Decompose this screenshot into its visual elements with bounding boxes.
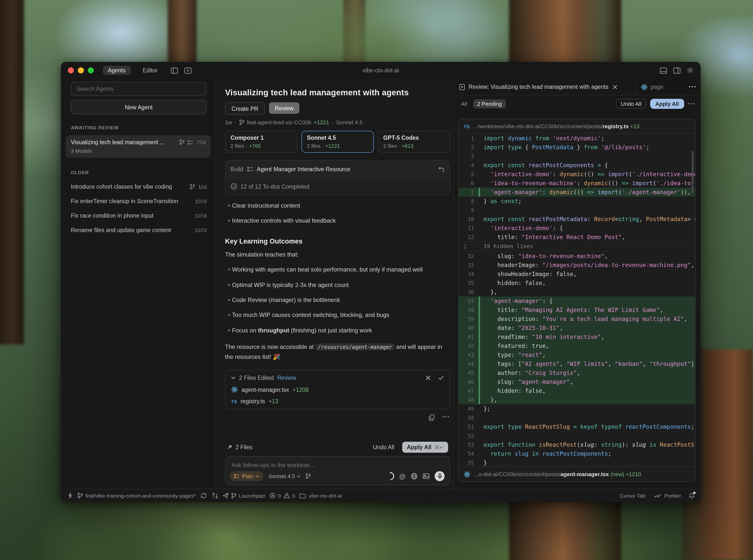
web-icon[interactable] [411, 473, 418, 480]
search-input[interactable]: Search Agents [71, 82, 207, 96]
tab-review[interactable]: Review: Visualizing tech lead management… [454, 79, 636, 95]
model-dropdown[interactable]: Sonnet 4.5 [268, 473, 300, 479]
chevron-down-icon[interactable] [231, 376, 236, 379]
code-line[interactable]: 42 featured: true, [459, 341, 695, 351]
code-line[interactable]: 8} as const; [459, 197, 695, 206]
toggle-bottom-panel-icon[interactable] [660, 67, 667, 74]
launchpad-status[interactable]: Launchpad [223, 493, 265, 499]
mic-button[interactable] [435, 471, 445, 481]
review-button[interactable]: Review [269, 102, 299, 114]
undo-icon[interactable] [438, 166, 445, 172]
code-line[interactable]: 5 'interactive-demo': dynamic(() => impo… [459, 170, 695, 179]
minimize-window-button[interactable] [78, 67, 84, 73]
notifications-bell-icon[interactable] [689, 492, 695, 499]
branch-icon[interactable] [306, 473, 311, 479]
expand-hidden-icon[interactable]: ↓↑ [459, 242, 479, 251]
code-line[interactable]: 55} [459, 458, 695, 466]
code-line[interactable]: 43 type: "react", [459, 351, 695, 359]
code-line[interactable]: 48 }, [459, 395, 695, 404]
mention-icon[interactable]: @ [399, 473, 406, 480]
edited-file-row[interactable]: agent-manager.tsx+1208 [231, 386, 444, 393]
model-card-gpt-5-codex[interactable]: GPT-5 Codex2 files · +813 [378, 131, 450, 153]
prettier-status[interactable]: Prettier [654, 493, 681, 499]
code-line[interactable]: 51export type ReactPostSlug = keyof type… [459, 422, 695, 431]
code-line[interactable]: 46 slug: "agent-manager", [459, 377, 695, 386]
cursor-tab-status[interactable]: Cursor Tab [620, 493, 645, 499]
build-card[interactable]: Build Agent Manager Interactive Resource… [225, 160, 450, 195]
toggle-panel-right-icon[interactable] [673, 67, 680, 74]
model-card-sonnet-4-5[interactable]: Sonnet 4.52 files · +1221 [301, 131, 374, 153]
code-line[interactable]: 10export const reactPostMetadata: Record… [459, 215, 695, 224]
plan-mode-dropdown[interactable]: Plan [229, 471, 263, 481]
older-agent-item[interactable]: Introduce cohort classes for vibe coding… [71, 179, 207, 194]
code-line[interactable]: 1import dynamic from 'next/dynamic'; [459, 134, 695, 143]
reject-all-icon[interactable] [426, 375, 431, 380]
code-line[interactable]: 4export const reactPostComponents = { [459, 161, 695, 170]
code-line[interactable]: 44 tags: ["AI agents", "WIP limits", "ka… [459, 359, 695, 368]
code-line[interactable]: 35 hidden: false, [459, 279, 695, 287]
code-line[interactable]: 54 return slug in reactPostComponents; [459, 449, 695, 458]
code-line[interactable]: 53export function isReactPost(slug: stri… [459, 440, 695, 449]
compare-icon[interactable] [212, 493, 218, 499]
code-line[interactable]: 3 [459, 152, 695, 161]
code-line[interactable]: 33 headerImage: "/images/posts/idea-to-r… [459, 261, 695, 269]
code-line[interactable]: 38 title: "Managing AI Agents: The WIP L… [459, 305, 695, 315]
apply-all-button[interactable]: Apply All [650, 99, 684, 109]
workspace-status[interactable]: vibe-cto-dot-ai [300, 493, 342, 499]
older-agent-item[interactable]: Fix enterTimer cleanup in SceneTransitio… [71, 194, 207, 208]
toggle-sidebar-icon[interactable] [171, 67, 178, 74]
code-view[interactable]: 1import dynamic from 'next/dynamic';2imp… [459, 134, 695, 466]
new-agent-button[interactable]: New Agent [71, 100, 207, 114]
image-icon[interactable] [423, 473, 430, 479]
code-line[interactable]: 6 'idea-to-revenue-machine': dynamic(() … [459, 179, 695, 188]
code-line[interactable]: 32 slug: "idea-to-revenue-machine", [459, 252, 695, 261]
tab-agents[interactable]: Agents [103, 66, 131, 75]
toggle-right-panel-icon[interactable] [184, 67, 191, 74]
code-line[interactable]: 37 'agent-manager': { [459, 297, 695, 305]
tab-page[interactable]: page ••• [636, 79, 700, 95]
filter-all[interactable]: All [459, 101, 469, 107]
code-line[interactable]: 11 'interactive-demo': { [459, 224, 695, 233]
git-branch-status[interactable]: feat/vibe-training-cohort-and-community-… [77, 493, 218, 499]
review-link[interactable]: Review [277, 375, 296, 381]
tab-editor[interactable]: Editor [138, 66, 163, 75]
code-line[interactable]: 12 title: "Interactive React Demo Post", [459, 233, 695, 242]
code-line[interactable]: 39 description: "You're a tech lead mana… [459, 315, 695, 323]
code-line[interactable]: 45 author: "Craig Sturgis", [459, 368, 695, 377]
filter-pending[interactable]: 2 Pending [473, 99, 506, 108]
code-line[interactable]: 49}; [459, 404, 695, 413]
code-line[interactable]: 7 'agent-manager': dynamic(() => import(… [459, 188, 695, 197]
code-line[interactable]: 40 date: "2025-10-31", [459, 323, 695, 333]
apply-all-button[interactable]: Apply All⌘↵ [402, 442, 448, 453]
file-header[interactable]: TS .../worktrees/vibe-cto-dot-ai/CC00b/s… [459, 119, 695, 134]
edited-file-row[interactable]: TSregistry.ts+13 [231, 398, 444, 404]
sync-icon[interactable] [201, 493, 207, 499]
code-line[interactable]: 2import type { PostMetadata } from '@/li… [459, 143, 695, 152]
close-tab-icon[interactable] [613, 85, 617, 89]
code-line[interactable]: 36 }, [459, 287, 695, 297]
more-options-icon[interactable]: ••• [688, 101, 696, 106]
older-agent-item[interactable]: Rename files and update game content137d [71, 223, 207, 237]
code-line[interactable]: 41 readTime: "10 min interactive", [459, 333, 695, 341]
branch-name[interactable]: feat-agent-lead-viz-CC00b [247, 119, 311, 125]
undo-all-button[interactable]: Undo All [373, 444, 394, 450]
code-line[interactable]: 52 [459, 431, 695, 440]
settings-gear-icon[interactable] [687, 67, 694, 74]
expand-icon[interactable] [227, 445, 232, 450]
remote-icon[interactable] [67, 493, 73, 499]
more-options-icon[interactable]: ••• [442, 414, 450, 421]
followup-input[interactable]: Ask follow-ups in the worktree... Plan S… [225, 456, 450, 485]
code-line[interactable]: 34 showHeaderImage: false, [459, 269, 695, 279]
code-line[interactable]: 47 hidden: false, [459, 386, 695, 395]
tab-overflow-icon[interactable]: ••• [689, 84, 697, 89]
code-line[interactable]: 50 [459, 413, 695, 422]
problems-status[interactable]: 0 0 [269, 493, 295, 499]
older-agent-item[interactable]: Fix race condition in phone input107d [71, 208, 207, 223]
accept-all-icon[interactable] [438, 375, 444, 380]
agent-item-selected[interactable]: Visualizing tech lead management ... 77d… [66, 135, 210, 158]
model-card-composer-1[interactable]: Composer 12 files · +765 [225, 131, 298, 153]
code-line[interactable]: 9 [459, 206, 695, 215]
zoom-window-button[interactable] [88, 67, 94, 73]
next-file-header[interactable]: ...o-dot-ai/CC00b/src/content/posts/agen… [459, 466, 695, 482]
undo-all-button[interactable]: Undo All [616, 99, 647, 109]
